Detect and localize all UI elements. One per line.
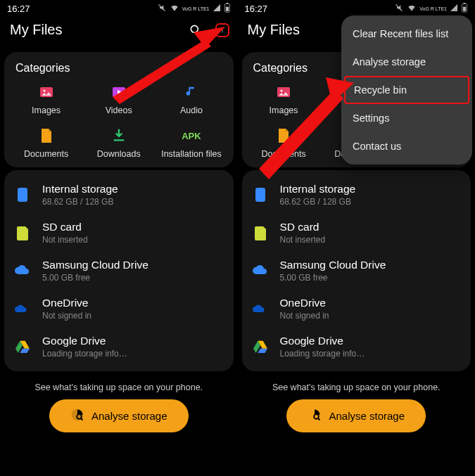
- category-images[interactable]: Images: [248, 83, 320, 115]
- svg-rect-2: [226, 3, 228, 4]
- category-documents[interactable]: Documents: [248, 127, 320, 159]
- category-label: Installation files: [161, 149, 221, 159]
- storage-sub: 5.00 GB free: [42, 273, 148, 283]
- storage-sd[interactable]: SD card Not inserted: [8, 214, 229, 252]
- svg-point-10: [43, 90, 45, 92]
- storage-title: SD card: [42, 221, 88, 233]
- battery-icon: [224, 3, 231, 15]
- storage-sub: Loading storage info…: [42, 349, 127, 359]
- menu-settings[interactable]: Settings: [341, 104, 472, 132]
- apk-icon: APK: [182, 127, 201, 145]
- storage-onedrive[interactable]: OneDrive Not signed in: [8, 290, 229, 328]
- hint-text: See what's taking up space on your phone…: [0, 382, 238, 392]
- category-label: Documents: [261, 149, 305, 159]
- category-images[interactable]: Images: [10, 83, 82, 115]
- storage-card: Internal storage 68.62 GB / 128 GB SD ca…: [242, 170, 471, 371]
- analyse-icon: [308, 408, 322, 424]
- storage-sub: 68.62 GB / 128 GB: [42, 197, 118, 207]
- google-drive-icon: [13, 337, 32, 356]
- documents-icon: [274, 127, 293, 145]
- storage-title: Google Drive: [280, 335, 365, 347]
- storage-sub: Not inserted: [42, 235, 88, 245]
- search-button[interactable]: [189, 23, 203, 37]
- storage-sd[interactable]: SD card Not inserted: [246, 214, 467, 252]
- category-audio[interactable]: Audio: [155, 83, 227, 115]
- category-label: Images: [32, 105, 61, 115]
- storage-title: SD card: [280, 221, 326, 233]
- google-drive-icon: [251, 337, 270, 356]
- status-icons: VoG R LTE1: [394, 3, 468, 15]
- storage-internal[interactable]: Internal storage 68.62 GB / 128 GB: [246, 176, 467, 214]
- svg-point-7: [222, 30, 222, 30]
- category-label: Audio: [180, 105, 203, 115]
- statusbar: 16:27 VoG R LTE1: [0, 0, 238, 16]
- storage-card: Internal storage 68.62 GB / 128 GB SD ca…: [4, 170, 234, 371]
- storage-google-drive[interactable]: Google Drive Loading storage info…: [246, 328, 467, 366]
- sd-card-icon: [251, 223, 270, 243]
- category-installation-files[interactable]: APK Installation files: [155, 127, 227, 159]
- hint-text: See what's taking up space on your phone…: [238, 382, 476, 392]
- svg-rect-13: [18, 188, 27, 202]
- sd-card-icon: [13, 223, 32, 243]
- storage-sub: 68.62 GB / 128 GB: [280, 197, 356, 207]
- images-icon: [37, 83, 56, 101]
- svg-rect-20: [464, 3, 466, 4]
- status-icons: VoG R LTE1: [157, 3, 231, 15]
- storage-sub: Loading storage info…: [280, 349, 365, 359]
- menu-analyse-storage[interactable]: Analyse storage: [341, 48, 472, 76]
- signal-icon: [213, 4, 221, 14]
- analyse-storage-button[interactable]: Analyse storage: [286, 399, 426, 432]
- svg-point-23: [281, 90, 283, 92]
- status-time: 16:27: [7, 4, 30, 14]
- svg-line-18: [396, 4, 403, 11]
- battery-icon: [461, 3, 468, 15]
- svg-point-27: [315, 414, 319, 419]
- signal-icon: [450, 4, 458, 14]
- storage-title: Samsung Cloud Drive: [280, 259, 386, 271]
- category-documents[interactable]: Documents: [10, 127, 82, 159]
- net-label: VoG R LTE1: [182, 6, 210, 11]
- storage-samsung-cloud[interactable]: Samsung Cloud Drive 5.00 GB free: [8, 252, 229, 290]
- more-options-button[interactable]: [215, 23, 229, 37]
- storage-samsung-cloud[interactable]: Samsung Cloud Drive 5.00 GB free: [246, 252, 467, 290]
- audio-icon: [182, 83, 201, 101]
- statusbar: 16:27 VoG R LTE1: [238, 0, 476, 16]
- category-label: Videos: [106, 105, 132, 115]
- menu-recycle-bin[interactable]: Recycle bin: [344, 76, 469, 104]
- svg-line-5: [197, 32, 200, 34]
- storage-onedrive[interactable]: OneDrive Not signed in: [246, 290, 467, 328]
- mute-icon: [394, 3, 404, 15]
- svg-point-4: [191, 25, 198, 32]
- images-icon: [274, 83, 293, 101]
- analyse-label: Analyse storage: [329, 410, 405, 422]
- menu-clear-recent[interactable]: Clear Recent files list: [341, 20, 472, 48]
- internal-storage-icon: [13, 185, 32, 205]
- category-downloads[interactable]: Downloads: [82, 127, 155, 159]
- status-time: 16:27: [245, 4, 268, 14]
- svg-point-6: [222, 28, 222, 29]
- svg-line-0: [158, 4, 165, 11]
- svg-line-15: [81, 418, 83, 420]
- onedrive-icon: [13, 299, 32, 319]
- category-videos[interactable]: Videos: [82, 83, 155, 115]
- categories-title: Categories: [10, 60, 228, 83]
- analyse-storage-button[interactable]: Analyse storage: [49, 399, 189, 432]
- storage-internal[interactable]: Internal storage 68.62 GB / 128 GB: [8, 176, 229, 214]
- phone-right: 16:27 VoG R LTE1 My Files Categories: [238, 0, 476, 476]
- videos-icon: [110, 83, 128, 101]
- storage-google-drive[interactable]: Google Drive Loading storage info…: [8, 328, 229, 366]
- onedrive-icon: [251, 299, 270, 319]
- menu-contact-us[interactable]: Contact us: [341, 132, 472, 160]
- category-label: Documents: [24, 149, 68, 159]
- wifi-icon: [170, 3, 179, 15]
- category-label: Images: [270, 105, 298, 115]
- storage-sub: 5.00 GB free: [280, 273, 386, 283]
- overflow-menu: Clear Recent files list Analyse storage …: [341, 15, 472, 165]
- storage-title: Google Drive: [42, 335, 127, 347]
- net-label: VoG R LTE1: [419, 6, 447, 11]
- downloads-icon: [110, 127, 128, 145]
- wifi-icon: [407, 3, 417, 15]
- svg-rect-3: [225, 7, 228, 11]
- storage-title: Internal storage: [280, 183, 356, 195]
- samsung-cloud-icon: [13, 261, 32, 281]
